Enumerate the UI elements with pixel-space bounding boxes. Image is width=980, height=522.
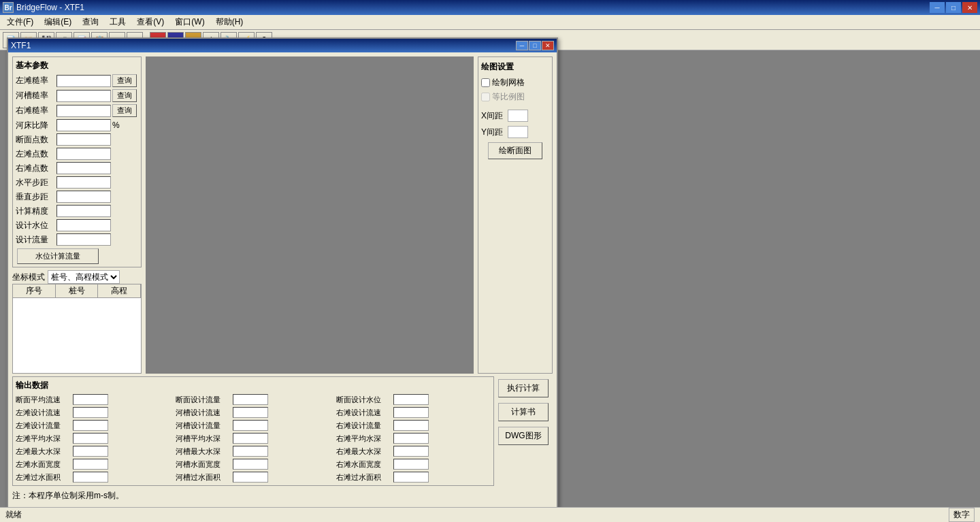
output-grid: 断面平均流速 断面设计流量 断面设计水位	[16, 394, 491, 483]
menu-help[interactable]: 帮助(H)	[210, 15, 249, 29]
param-input-precision[interactable]	[56, 205, 111, 217]
output-val-channel-area	[233, 472, 268, 483]
equal-scale-checkbox[interactable]	[481, 93, 490, 101]
param-query-channel-roughness[interactable]: 查询	[112, 89, 137, 102]
output-label-left-avg-depth: 左滩平均水深	[16, 434, 71, 444]
output-val-channel-avg-depth	[233, 433, 268, 444]
output-val-left-avg-depth	[73, 433, 108, 444]
app-minimize-btn[interactable]: ─	[930, 2, 945, 13]
output-val-right-area	[393, 472, 429, 483]
water-level-calc-btn[interactable]: 水位计算流量	[17, 248, 99, 264]
bottom-section: 输出数据 断面平均流速 断面设计流量 断面设计水位	[12, 376, 553, 486]
output-val-left-max-depth	[73, 446, 108, 457]
output-label-left-vel: 左滩设计流速	[16, 408, 71, 418]
param-query-left-roughness[interactable]: 查询	[112, 74, 137, 87]
draw-section-btn[interactable]: 绘断面图	[488, 142, 542, 159]
output-val-avg-vel	[73, 394, 108, 405]
output-row-design-level-val: 断面设计水位	[336, 394, 491, 405]
param-label-precision: 计算精度	[16, 206, 56, 217]
output-label-avg-vel: 断面平均流速	[16, 395, 71, 405]
param-row-left-points: 左滩点数	[16, 148, 138, 160]
param-input-vert-step[interactable]	[56, 191, 111, 203]
output-val-right-vel	[393, 407, 429, 418]
output-row-right-max-depth: 右滩最大水深	[336, 446, 491, 457]
app-maximize-btn[interactable]: □	[946, 2, 961, 13]
param-input-bed-slope[interactable]	[56, 119, 111, 131]
param-input-right-points[interactable]	[56, 162, 111, 174]
params-title: 基本参数	[16, 60, 138, 71]
output-label-channel-max-depth: 河槽最大水深	[176, 446, 231, 457]
param-row-design-level: 设计水位	[16, 219, 138, 231]
data-table-body[interactable]	[13, 298, 141, 373]
app-icon: Br	[3, 2, 14, 13]
param-input-section-points[interactable]	[56, 133, 111, 146]
calc-report-btn[interactable]: 计算书	[498, 403, 549, 421]
draw-grid-checkbox[interactable]	[481, 78, 490, 87]
xtf1-close-btn[interactable]: ✕	[542, 41, 554, 50]
output-label-channel-area: 河槽过水面积	[176, 472, 231, 483]
param-input-horiz-step[interactable]	[56, 176, 111, 189]
xtf1-minimize-btn[interactable]: ─	[516, 41, 528, 50]
top-section: 基本参数 左滩糙率 查询 河槽糙率 查询	[12, 56, 553, 374]
param-input-channel-roughness[interactable]	[56, 90, 111, 102]
draw-settings-panel: 绘图设置 绘制网格 等比例图 X间距 Y间距	[478, 56, 553, 374]
xtf1-body: 基本参数 左滩糙率 查询 河槽糙率 查询	[8, 52, 557, 507]
menu-window[interactable]: 窗口(W)	[169, 15, 210, 29]
col-header-elevation: 高程	[98, 284, 141, 297]
app-close-btn[interactable]: ✕	[962, 2, 977, 13]
param-input-right-roughness[interactable]	[56, 105, 111, 117]
y-interval-input[interactable]	[508, 126, 528, 138]
equal-scale-row: 等比例图	[481, 91, 549, 103]
param-input-left-points[interactable]	[56, 148, 111, 160]
output-title: 输出数据	[16, 380, 491, 391]
output-row-right-avg-depth: 右滩平均水深	[336, 433, 491, 444]
output-row-channel-width: 河槽水面宽度	[176, 459, 330, 470]
output-label-design-level-val: 断面设计水位	[336, 395, 392, 405]
app-titlebar: Br BridgeFlow - XTF1 ─ □ ✕	[0, 0, 980, 15]
param-label-section-points: 断面点数	[16, 134, 56, 146]
param-input-left-roughness[interactable]	[56, 75, 111, 87]
draw-grid-row: 绘制网格	[481, 77, 549, 88]
x-interval-input[interactable]	[508, 110, 528, 122]
output-label-left-flow: 左滩设计流量	[16, 421, 71, 431]
param-input-design-level[interactable]	[56, 219, 111, 231]
xtf1-maximize-btn[interactable]: □	[529, 41, 541, 50]
param-row-design-flow: 设计流量	[16, 233, 138, 246]
output-val-channel-flow	[233, 420, 268, 431]
output-label-right-area: 右滩过水面积	[336, 472, 392, 483]
dwg-export-btn[interactable]: DWG图形	[498, 427, 549, 445]
menu-edit[interactable]: 编辑(E)	[39, 15, 77, 29]
x-interval-label: X间距	[481, 110, 505, 122]
output-row-right-flow: 右滩设计流量	[336, 420, 491, 431]
output-row-right-area: 右滩过水面积	[336, 472, 491, 483]
menu-file[interactable]: 文件(F)	[1, 15, 39, 29]
param-row-left-roughness: 左滩糙率 查询	[16, 74, 138, 87]
menu-tools[interactable]: 工具	[104, 15, 131, 29]
output-label-left-width: 左滩水面宽度	[16, 459, 71, 470]
coord-mode-select[interactable]: 桩号、高程模式 坐标模式	[48, 270, 120, 284]
menu-view[interactable]: 查看(V)	[131, 15, 169, 29]
col-header-seq: 序号	[13, 284, 56, 297]
param-label-channel-roughness: 河槽糙率	[16, 90, 56, 101]
param-query-right-roughness[interactable]: 查询	[112, 104, 137, 117]
param-input-design-flow[interactable]	[56, 233, 111, 246]
output-val-channel-max-depth	[233, 446, 268, 457]
output-val-right-width	[393, 459, 429, 470]
output-label-right-flow: 右滩设计流量	[336, 421, 392, 431]
param-row-channel-roughness: 河槽糙率 查询	[16, 89, 138, 102]
execute-calc-btn[interactable]: 执行计算	[498, 379, 549, 397]
equal-scale-label: 等比例图	[492, 91, 525, 103]
output-val-channel-vel	[233, 407, 268, 418]
section-canvas	[146, 56, 474, 374]
param-row-precision: 计算精度	[16, 205, 138, 217]
menu-query[interactable]: 查询	[77, 15, 104, 29]
output-row-avg-vel: 断面平均流速	[16, 394, 170, 405]
output-row-channel-flow: 河槽设计流量	[176, 420, 330, 431]
param-label-left-points: 左滩点数	[16, 148, 56, 160]
output-label-channel-vel: 河槽设计流速	[176, 408, 231, 418]
output-row-left-avg-depth: 左滩平均水深	[16, 433, 170, 444]
output-row-channel-max-depth: 河槽最大水深	[176, 446, 330, 457]
output-row-left-width: 左滩水面宽度	[16, 459, 170, 470]
output-row-left-flow: 左滩设计流量	[16, 420, 170, 431]
output-label-right-max-depth: 右滩最大水深	[336, 446, 392, 457]
